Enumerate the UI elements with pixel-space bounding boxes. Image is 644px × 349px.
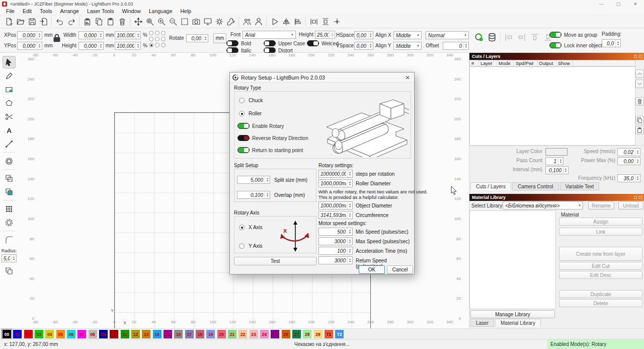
rotate-field[interactable]: 0,00▴▾ — [186, 34, 208, 42]
dialog-title-bar[interactable]: Rotary Setup - LightBurn Pro 2.0.03 ✕ — [230, 73, 414, 83]
menu-edit[interactable]: Edit — [19, 8, 36, 15]
new-file-icon[interactable] — [3, 16, 15, 27]
layers-copy-button[interactable] — [635, 116, 644, 124]
redo-icon[interactable] — [65, 16, 77, 27]
undo-icon[interactable] — [54, 16, 65, 27]
xpos-field[interactable]: 0,000▴▾ — [17, 31, 42, 39]
vspace-field[interactable]: 0,00▴▾ — [354, 42, 373, 50]
palette-chip-13[interactable]: 13 — [142, 330, 150, 338]
shape-gear[interactable] — [3, 216, 16, 229]
anchor-dot[interactable] — [155, 43, 159, 47]
rotary-green-icon[interactable] — [474, 32, 484, 43]
height-field[interactable]: 0,000▴▾ — [78, 42, 104, 50]
palette-chip-17[interactable]: 17 — [185, 330, 194, 338]
palette-chip-16[interactable]: 16 — [174, 330, 183, 338]
palette-chip-11[interactable]: 11 — [121, 330, 129, 338]
anchor-dot[interactable] — [161, 37, 166, 41]
tab-cuts-layers[interactable]: Cuts / Layers — [470, 182, 511, 190]
users-icon[interactable] — [241, 16, 253, 27]
palette-chip-00[interactable]: 00 — [3, 330, 11, 338]
col-SpdPwr[interactable]: Spd/Pwr — [514, 60, 537, 66]
maximize-button[interactable]: ▢ — [610, 0, 627, 8]
palette-chip-23[interactable]: 23 — [250, 330, 258, 338]
scale-w-field[interactable]: 100,000▴▾ — [115, 31, 141, 39]
units-button[interactable]: mm — [213, 33, 226, 43]
steps-field[interactable]: 1000000,00▴▾ — [318, 170, 353, 178]
boolean-tool[interactable] — [3, 185, 16, 198]
zoom-in-icon[interactable] — [155, 16, 167, 27]
polygon-tool[interactable] — [3, 97, 16, 109]
user-icon[interactable] — [253, 16, 264, 27]
palette-chip-07[interactable]: 07 — [77, 330, 86, 338]
dist-v-icon[interactable] — [319, 16, 331, 27]
ok-button[interactable]: OK — [359, 265, 385, 274]
weld-tool[interactable] — [3, 172, 16, 184]
col-Show[interactable]: Show — [556, 60, 573, 66]
circumference-field[interactable]: 3141,593mm▴▾ — [318, 211, 353, 219]
anchor-grid[interactable] — [149, 31, 166, 48]
anchor-dot[interactable] — [149, 37, 153, 41]
edit-cut-button[interactable]: Edit Cut — [559, 262, 642, 270]
palette-chip-T2[interactable]: T2 — [335, 330, 344, 338]
object-diameter-field[interactable]: 1000,000mm▴▾ — [318, 201, 353, 210]
palette-chip-25[interactable]: 25 — [271, 330, 279, 338]
palette-chip-22[interactable]: 22 — [238, 330, 247, 338]
lock-inner-toggle[interactable]: Lock inner objects — [549, 42, 605, 49]
frequency-field[interactable]: 35,0▴▾ — [617, 174, 640, 182]
menu-tools[interactable]: Tools — [36, 8, 56, 15]
test-button[interactable]: Test — [234, 257, 316, 265]
dock-close-icon[interactable] — [639, 55, 642, 58]
cylinder-icon[interactable] — [487, 32, 497, 43]
delete-icon[interactable] — [116, 16, 128, 27]
font-combo[interactable]: Arial▾ — [243, 31, 296, 39]
palette-chip-05[interactable]: 05 — [56, 330, 65, 338]
overlap-field[interactable]: 0,100▴▾ — [237, 191, 270, 199]
anchor-dot[interactable] — [161, 43, 166, 47]
welded-toggle[interactable]: Welded — [307, 40, 339, 47]
radius-field[interactable]: 5,0▴▾ — [2, 254, 17, 262]
cancel-button[interactable]: Cancel — [387, 265, 413, 274]
y-axis-radio[interactable]: Y Axis — [239, 243, 263, 249]
layers-paste-button[interactable] — [635, 126, 644, 134]
menu-laser-tools[interactable]: Laser Tools — [83, 8, 118, 15]
menu-arrange[interactable]: Arrange — [56, 8, 83, 15]
palette-chip-19[interactable]: 19 — [206, 330, 215, 338]
dist-h-icon[interactable] — [308, 16, 319, 27]
dock-close-icon[interactable] — [639, 196, 642, 199]
edit-desc-button[interactable]: Edit Desc — [559, 271, 642, 279]
palette-chip-04[interactable]: 04 — [45, 330, 54, 338]
palette-chip-29[interactable]: 29 — [314, 330, 323, 338]
weld-mode-combo[interactable]: Normal▾ — [426, 31, 469, 39]
anchor-dot[interactable] — [149, 31, 153, 35]
dialog-close-icon[interactable]: ✕ — [401, 73, 414, 82]
move-as-group-toggle[interactable]: Move as group — [549, 31, 597, 38]
array-tool[interactable] — [3, 202, 16, 215]
settings-icon[interactable] — [213, 16, 225, 27]
delete-button[interactable]: Delete — [559, 299, 642, 307]
scale-h-field[interactable]: 100,000▴▾ — [115, 42, 141, 50]
manage-library-button[interactable]: Manage Library — [470, 310, 555, 318]
accel-field[interactable]: 100▴▾ — [318, 247, 353, 255]
anchor-dot[interactable] — [155, 37, 159, 41]
palette-chip-15[interactable]: 15 — [164, 330, 172, 338]
minimize-button[interactable]: — — [593, 0, 610, 8]
rename-button[interactable]: Rename — [588, 201, 614, 210]
bold-toggle[interactable]: Bold — [226, 40, 251, 47]
power-max-field[interactable]: 0,00▴▾ — [617, 157, 640, 165]
hspace-field[interactable]: 0,00▴▾ — [354, 31, 373, 39]
split-size-field[interactable]: 5,000▴▾ — [237, 176, 270, 184]
ypos-field[interactable]: 0,000▴▾ — [17, 42, 42, 50]
unload-button[interactable]: Unload — [618, 201, 643, 210]
speed-field[interactable]: 0,02▴▾ — [617, 148, 640, 156]
g2-icon[interactable] — [517, 32, 527, 43]
zoom-page-icon[interactable] — [144, 16, 155, 27]
menu-window[interactable]: Window — [118, 8, 144, 15]
aligny-combo[interactable]: Middle▾ — [393, 42, 422, 50]
return-speed-field[interactable]: 3000▴▾ — [318, 256, 353, 264]
palette-chip-02[interactable]: 02 — [24, 330, 33, 338]
select-arrow[interactable] — [3, 56, 16, 68]
palette-chip-20[interactable]: 20 — [217, 330, 226, 338]
menu-file[interactable]: File — [2, 8, 19, 15]
open-folder-icon[interactable] — [15, 16, 26, 27]
width-field[interactable]: 0,000▴▾ — [78, 31, 104, 39]
